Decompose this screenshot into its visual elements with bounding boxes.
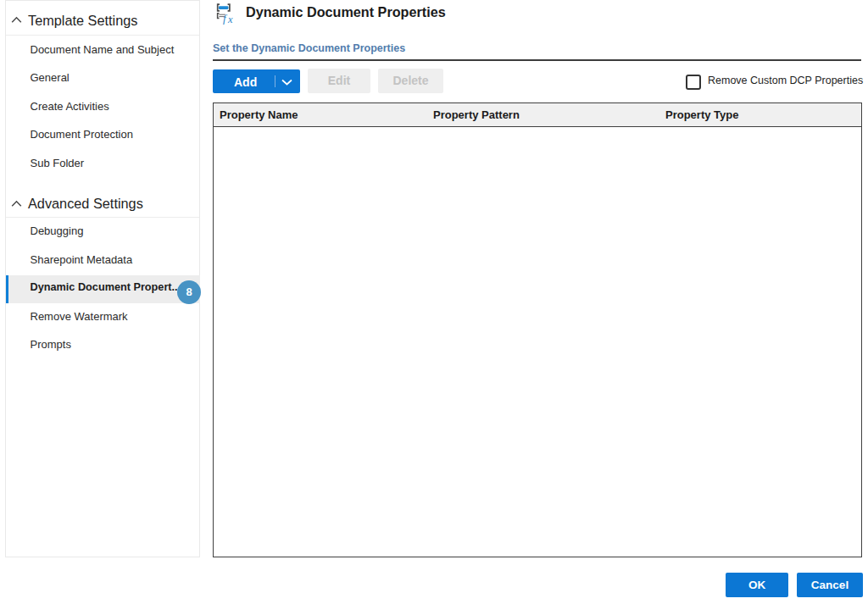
svg-text:x: x bbox=[227, 14, 233, 25]
